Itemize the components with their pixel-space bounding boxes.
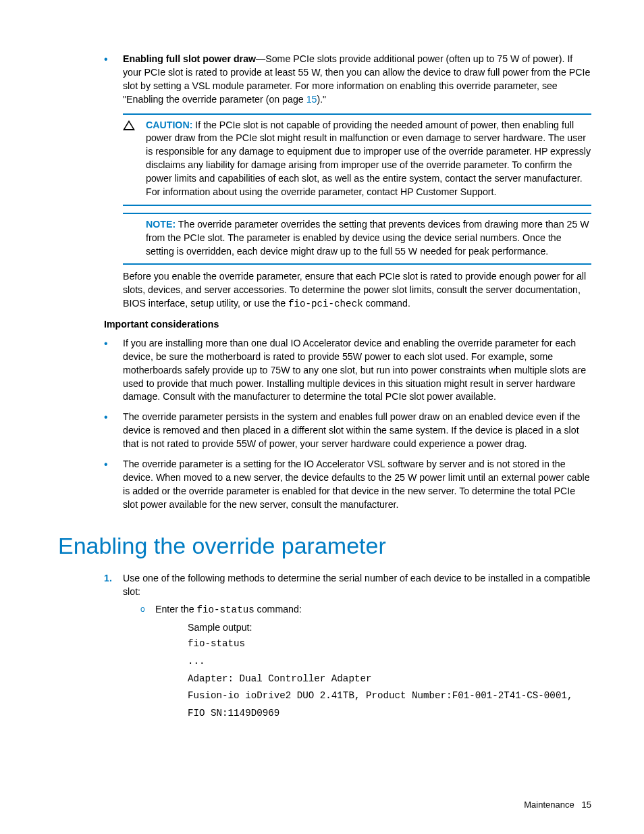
substep-enter-command: Enter the fio-status command: Sample out…	[140, 603, 591, 723]
note-callout: NOTE: The override parameter overrides t…	[123, 213, 591, 265]
bullet-tail: )."	[317, 94, 326, 105]
bullet-lead: Enabling full slot power draw	[123, 53, 256, 64]
caution-icon-col	[123, 119, 146, 199]
substep-a: Enter the	[155, 604, 197, 615]
step-1: 1. Use one of the following methods to d…	[104, 572, 591, 722]
consideration-item: The override parameter is a setting for …	[104, 458, 591, 512]
note-text: The override parameter overrides the set…	[146, 219, 589, 257]
sample-output-label: Sample output:	[188, 621, 591, 635]
step-body: Use one of the following methods to dete…	[123, 573, 590, 597]
caution-text: If the PCIe slot is not capable of provi…	[146, 120, 591, 197]
caution-callout: CAUTION: If the PCIe slot is not capable…	[123, 113, 591, 206]
before-para-b: command.	[363, 298, 410, 309]
step-number: 1.	[104, 572, 112, 585]
consideration-item: If you are installing more than one dual…	[104, 337, 591, 404]
bullet-enabling-full-slot: Enabling full slot power draw—Some PCIe …	[104, 53, 591, 107]
note-icon-col	[123, 218, 146, 259]
document-page: Enabling full slot power draw—Some PCIe …	[0, 0, 644, 834]
top-bullet-list: Enabling full slot power draw—Some PCIe …	[58, 53, 591, 107]
caution-body: CAUTION: If the PCIe slot is not capable…	[146, 119, 591, 199]
considerations-list: If you are installing more than one dual…	[58, 337, 591, 512]
caution-label: CAUTION:	[146, 120, 192, 130]
substep-b: command:	[254, 604, 302, 615]
code-output: fio-status ... Adapter: Dual Controller …	[188, 635, 591, 722]
note-body: NOTE: The override parameter overrides t…	[146, 218, 591, 259]
caution-icon	[123, 120, 135, 130]
page-link-15[interactable]: 15	[306, 94, 317, 105]
before-enable-paragraph: Before you enable the override parameter…	[123, 270, 591, 311]
page-footer: Maintenance 15	[524, 799, 591, 811]
footer-section: Maintenance	[524, 800, 574, 810]
consideration-item: The override parameter persists in the s…	[104, 411, 591, 451]
fio-status-command: fio-status	[197, 604, 254, 615]
step-sublist: Enter the fio-status command: Sample out…	[123, 603, 591, 723]
numbered-steps: 1. Use one of the following methods to d…	[58, 572, 591, 722]
section-heading: Enabling the override parameter	[58, 530, 591, 563]
fio-pci-check-command: fio-pci-check	[288, 298, 363, 309]
footer-page-number: 15	[582, 800, 591, 810]
note-label: NOTE:	[146, 219, 176, 230]
important-considerations-heading: Important considerations	[104, 318, 591, 332]
